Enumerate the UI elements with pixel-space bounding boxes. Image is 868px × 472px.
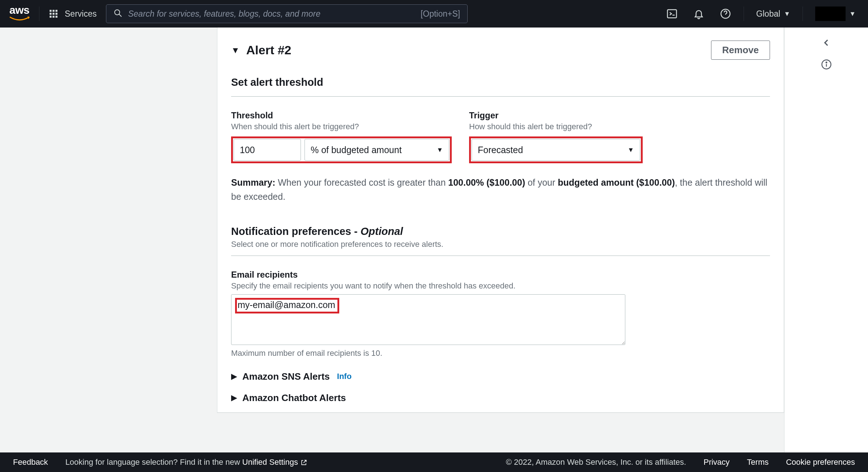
search-icon [114,9,122,19]
svg-rect-8 [55,16,57,17]
help-icon[interactable] [717,5,734,22]
search-input[interactable] [128,9,415,19]
email-hint: Specify the email recipients you want to… [231,281,770,291]
services-grid-icon[interactable] [49,9,58,18]
top-nav: aws Services [Option+S] Global ▼ ▼ [0,0,868,28]
footer-lang-hint: Looking for language selection? Find it … [65,458,307,467]
region-label: Global [756,9,780,19]
notif-hint: Select one or more notification preferen… [231,240,770,249]
search-shortcut: [Option+S] [421,9,460,19]
caret-down-icon: ▼ [437,146,443,154]
threshold-unit-select[interactable]: % of budgeted amount ▼ [305,139,449,161]
alert-header-toggle[interactable]: ▼ Alert #2 [231,43,292,57]
alert-card: ▼ Alert #2 Remove Set alert threshold Th… [217,28,784,413]
svg-rect-0 [50,10,51,12]
svg-rect-6 [50,16,51,17]
svg-rect-3 [50,13,51,14]
cookie-prefs-link[interactable]: Cookie preferences [786,458,855,467]
threshold-highlight: 100 % of budgeted amount ▼ [231,136,452,163]
caret-down-icon: ▼ [627,146,634,154]
trigger-select[interactable]: Forecasted ▼ [472,139,640,161]
account-menu[interactable]: ▼ [812,7,859,21]
terms-link[interactable]: Terms [747,458,769,467]
svg-point-15 [826,62,827,63]
threshold-hint: When should this alert be triggered? [231,122,452,131]
remove-button[interactable]: Remove [711,41,770,60]
trigger-label: Trigger [469,110,643,121]
privacy-link[interactable]: Privacy [703,458,729,467]
expand-caret-icon: ▶ [231,393,237,403]
unified-settings-link[interactable]: Unified Settings [242,458,307,467]
collapse-caret-icon: ▼ [231,45,240,55]
email-max-hint: Maximum number of email recipients is 10… [231,349,770,358]
nav-divider [803,7,803,21]
section-threshold-title: Set alert threshold [231,76,770,88]
cloudshell-icon[interactable] [663,5,681,22]
alert-title: Alert #2 [246,43,292,57]
trigger-hint: How should this alert be triggered? [469,122,643,131]
services-link[interactable]: Services [65,9,97,19]
email-value: my-email@amazon.com [238,300,335,310]
email-highlight: my-email@amazon.com [235,298,339,313]
caret-down-icon: ▼ [784,10,790,18]
email-label: Email recipients [231,270,770,280]
section-notif-title: Notification preferences - Optional [231,226,770,237]
svg-rect-5 [55,13,57,14]
right-rail [784,28,868,452]
caret-down-icon: ▼ [849,10,856,18]
feedback-link[interactable]: Feedback [13,458,48,467]
nav-divider [744,7,744,21]
footer-copyright: © 2022, Amazon Web Services, Inc. or its… [506,458,686,467]
footer: Feedback Looking for language selection?… [0,452,868,472]
chatbot-alerts-expander[interactable]: ▶ Amazon Chatbot Alerts [231,392,770,404]
nav-divider [39,7,39,21]
threshold-label: Threshold [231,110,452,121]
email-recipients-input[interactable]: my-email@amazon.com [231,294,625,345]
global-search[interactable]: [Option+S] [106,4,468,23]
trigger-value: Forecasted [478,145,523,155]
trigger-highlight: Forecasted ▼ [469,136,643,163]
svg-rect-2 [55,10,57,12]
region-selector[interactable]: Global ▼ [753,9,793,19]
threshold-value: 100 [240,145,255,155]
divider [231,256,770,256]
threshold-unit-label: % of budgeted amount [311,145,402,155]
divider [231,96,770,97]
sns-info-link[interactable]: Info [337,372,352,381]
notifications-icon[interactable] [690,5,707,22]
sns-alerts-expander[interactable]: ▶ Amazon SNS Alerts Info [231,371,770,382]
svg-rect-1 [52,10,54,12]
threshold-input[interactable]: 100 [234,139,301,161]
aws-logo[interactable]: aws [9,4,30,24]
svg-point-9 [115,10,120,15]
account-redacted [815,7,846,21]
external-link-icon [300,459,307,466]
svg-rect-7 [52,16,54,17]
rail-collapse-icon[interactable] [819,35,834,50]
chatbot-label: Amazon Chatbot Alerts [242,392,346,404]
svg-line-10 [119,14,122,17]
sns-label: Amazon SNS Alerts [242,371,330,382]
summary-text: Summary: When your forecasted cost is gr… [231,176,770,204]
expand-caret-icon: ▶ [231,372,237,381]
rail-info-icon[interactable] [819,57,834,72]
svg-rect-4 [52,13,54,14]
